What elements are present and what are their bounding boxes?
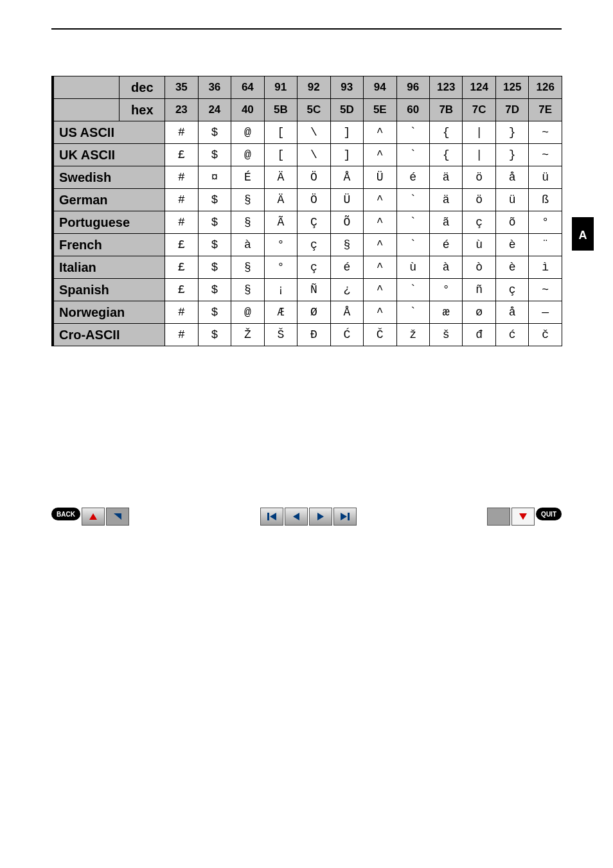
corner-blank: [53, 99, 120, 121]
char-cell: `: [396, 279, 429, 301]
char-cell: ç: [463, 211, 495, 234]
char-cell: é: [330, 256, 363, 279]
char-cell: õ: [495, 211, 528, 234]
char-cell: ¡: [264, 279, 297, 301]
char-cell: æ: [430, 301, 463, 324]
char-cell: {: [430, 144, 463, 166]
prev-page-button[interactable]: [285, 508, 308, 526]
nav-left-group: BACK: [51, 508, 129, 526]
char-cell: \: [298, 121, 330, 144]
char-cell: ¤: [198, 166, 231, 189]
char-cell: ç: [495, 279, 528, 301]
next-page-button[interactable]: [309, 508, 332, 526]
char-cell: $: [198, 234, 231, 256]
back-up-button[interactable]: [82, 508, 105, 526]
char-cell: Ä: [264, 189, 297, 211]
char-cell: Ž: [231, 324, 264, 346]
char-cell: è: [495, 234, 528, 256]
svg-marker-2: [89, 513, 97, 520]
char-cell: Ñ: [298, 279, 330, 301]
table-row: German#$§ÄÖÜ^`äöüß: [53, 189, 562, 211]
char-cell: }: [495, 144, 528, 166]
char-cell: Ć: [330, 324, 363, 346]
char-cell: ò: [463, 256, 495, 279]
table-row: Portuguese#$§ÃÇÕ^`ãçõ°: [53, 211, 562, 234]
char-cell: #: [165, 189, 198, 211]
nav-right-group: QUIT: [487, 508, 562, 526]
svg-rect-4: [267, 513, 269, 520]
dec-col: 91: [264, 76, 297, 99]
nav-placeholder-button[interactable]: [487, 508, 510, 526]
hex-col: 60: [396, 99, 429, 121]
char-cell: ^: [364, 279, 396, 301]
char-cell: #: [165, 166, 198, 189]
header-row-hex: hex 23 24 40 5B 5C 5D 5E 60 7B 7C 7D 7E: [53, 99, 562, 121]
dec-col: 96: [396, 76, 429, 99]
char-cell: à: [231, 234, 264, 256]
last-page-button[interactable]: [333, 508, 357, 526]
nav-placeholder-button[interactable]: [106, 508, 129, 526]
char-cell: Å: [330, 166, 363, 189]
char-cell: à: [430, 256, 463, 279]
char-cell: Ä: [264, 166, 297, 189]
row-label: Swedish: [53, 166, 165, 189]
char-cell: `: [396, 234, 429, 256]
char-cell: {: [430, 121, 463, 144]
char-cell: £: [165, 234, 198, 256]
char-cell: °: [264, 234, 297, 256]
table-row: Spanish£$§¡Ñ¿^`°ñç~: [53, 279, 562, 301]
hex-col: 7E: [529, 99, 562, 121]
row-label: Portuguese: [53, 211, 165, 234]
char-cell: Đ: [298, 324, 330, 346]
svg-rect-9: [348, 513, 350, 520]
char-cell: £: [165, 256, 198, 279]
char-cell: ć: [495, 324, 528, 346]
char-cell: $: [198, 279, 231, 301]
char-cell: Ç: [298, 211, 330, 234]
char-cell: Õ: [330, 211, 363, 234]
char-cell: č: [529, 324, 562, 346]
dec-col: 123: [430, 76, 463, 99]
quit-label: QUIT: [536, 508, 562, 520]
char-cell: Ü: [364, 166, 396, 189]
char-cell: Ø: [298, 301, 330, 324]
svg-marker-5: [270, 513, 276, 520]
char-cell: §: [330, 234, 363, 256]
char-cell: ã: [430, 211, 463, 234]
char-cell: ~: [529, 121, 562, 144]
dec-col: 124: [463, 76, 495, 99]
nav-center-group: [260, 508, 357, 526]
char-cell: å: [495, 166, 528, 189]
row-label: Norwegian: [53, 301, 165, 324]
char-cell: ^: [364, 256, 396, 279]
char-cell: [: [264, 121, 297, 144]
corner-blank: [53, 76, 120, 99]
nav-bar: BACK: [51, 508, 562, 526]
table-row: US ASCII#$@[\]^`{|}~: [53, 121, 562, 144]
dec-col: 125: [495, 76, 528, 99]
char-cell: `: [396, 301, 429, 324]
char-cell: $: [198, 211, 231, 234]
char-cell: ^: [364, 121, 396, 144]
char-cell: ö: [463, 166, 495, 189]
char-cell: —: [529, 301, 562, 324]
hex-col: 5C: [298, 99, 330, 121]
hex-col: 5D: [330, 99, 363, 121]
char-cell: °: [264, 256, 297, 279]
char-cell: ^: [364, 234, 396, 256]
first-page-button[interactable]: [260, 508, 283, 526]
char-cell: ñ: [463, 279, 495, 301]
char-cell: ž: [396, 324, 429, 346]
char-cell: £: [165, 144, 198, 166]
char-cell: }: [495, 121, 528, 144]
char-cell: ø: [463, 301, 495, 324]
char-cell: Ö: [298, 189, 330, 211]
char-cell: ^: [364, 301, 396, 324]
down-button[interactable]: [511, 508, 535, 526]
svg-marker-6: [293, 513, 299, 520]
header-row-dec: dec 35 36 64 91 92 93 94 96 123 124 125 …: [53, 76, 562, 99]
char-cell: °: [430, 279, 463, 301]
char-cell: ù: [396, 256, 429, 279]
char-cell: §: [231, 279, 264, 301]
table-row: French£$à°ç§^`éùè¨: [53, 234, 562, 256]
